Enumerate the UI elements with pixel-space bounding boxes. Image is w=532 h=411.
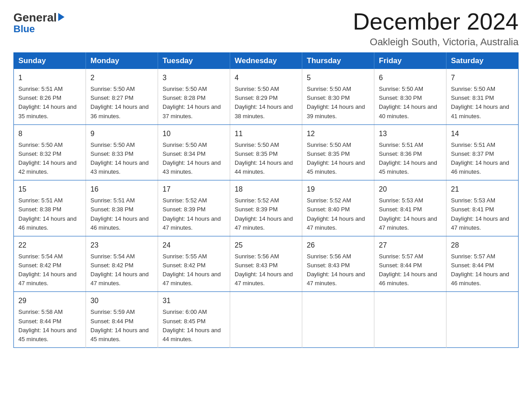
calendar-cell: 5Sunrise: 5:50 AMSunset: 8:30 PMDaylight…	[302, 69, 374, 124]
calendar-week-row: 15Sunrise: 5:51 AMSunset: 8:38 PMDayligh…	[14, 180, 519, 236]
day-info: Sunrise: 5:56 AMSunset: 8:43 PMDaylight:…	[235, 252, 297, 288]
day-number: 15	[18, 184, 81, 195]
calendar-cell: 12Sunrise: 5:50 AMSunset: 8:35 PMDayligh…	[302, 124, 374, 180]
day-number: 21	[451, 184, 514, 195]
day-number: 28	[451, 240, 514, 251]
day-number: 20	[379, 184, 442, 195]
day-info: Sunrise: 5:50 AMSunset: 8:27 PMDaylight:…	[90, 85, 153, 121]
day-number: 26	[307, 240, 369, 251]
calendar-cell: 28Sunrise: 5:57 AMSunset: 8:44 PMDayligh…	[446, 236, 519, 292]
day-number: 14	[451, 128, 514, 139]
day-info: Sunrise: 5:59 AMSunset: 8:44 PMDaylight:…	[90, 308, 153, 344]
day-number: 7	[451, 73, 514, 83]
calendar-cell	[302, 292, 374, 348]
calendar-cell: 20Sunrise: 5:53 AMSunset: 8:41 PMDayligh…	[374, 180, 446, 236]
day-number: 13	[379, 128, 442, 139]
calendar-cell: 29Sunrise: 5:58 AMSunset: 8:44 PMDayligh…	[14, 292, 86, 348]
day-info: Sunrise: 6:00 AMSunset: 8:45 PMDaylight:…	[163, 308, 225, 344]
calendar-cell: 25Sunrise: 5:56 AMSunset: 8:43 PMDayligh…	[230, 236, 302, 292]
day-number: 31	[163, 295, 225, 306]
day-info: Sunrise: 5:50 AMSunset: 8:32 PMDaylight:…	[18, 141, 81, 177]
calendar-cell: 9Sunrise: 5:50 AMSunset: 8:33 PMDaylight…	[86, 124, 158, 180]
day-info: Sunrise: 5:50 AMSunset: 8:31 PMDaylight:…	[451, 85, 514, 121]
day-number: 10	[163, 128, 225, 139]
weekday-header-row: SundayMondayTuesdayWednesdayThursdayFrid…	[14, 53, 519, 69]
calendar-cell: 22Sunrise: 5:54 AMSunset: 8:42 PMDayligh…	[14, 236, 86, 292]
day-number: 30	[90, 295, 153, 306]
calendar-cell	[230, 292, 302, 348]
day-number: 5	[307, 73, 369, 83]
calendar-week-row: 29Sunrise: 5:58 AMSunset: 8:44 PMDayligh…	[14, 292, 519, 348]
day-info: Sunrise: 5:50 AMSunset: 8:28 PMDaylight:…	[163, 85, 225, 121]
calendar-cell: 10Sunrise: 5:50 AMSunset: 8:34 PMDayligh…	[158, 124, 230, 180]
logo-triangle-icon	[58, 13, 64, 21]
day-info: Sunrise: 5:52 AMSunset: 8:39 PMDaylight:…	[235, 196, 297, 232]
day-info: Sunrise: 5:55 AMSunset: 8:42 PMDaylight:…	[163, 252, 225, 288]
logo-blue-text: Blue	[13, 23, 35, 35]
day-info: Sunrise: 5:51 AMSunset: 8:38 PMDaylight:…	[18, 196, 81, 232]
calendar-cell: 24Sunrise: 5:55 AMSunset: 8:42 PMDayligh…	[158, 236, 230, 292]
day-info: Sunrise: 5:52 AMSunset: 8:39 PMDaylight:…	[163, 196, 225, 232]
calendar-cell: 17Sunrise: 5:52 AMSunset: 8:39 PMDayligh…	[158, 180, 230, 236]
calendar-cell: 13Sunrise: 5:51 AMSunset: 8:36 PMDayligh…	[374, 124, 446, 180]
day-info: Sunrise: 5:58 AMSunset: 8:44 PMDaylight:…	[18, 308, 81, 344]
day-number: 6	[379, 73, 442, 83]
calendar-cell: 6Sunrise: 5:50 AMSunset: 8:30 PMDaylight…	[374, 69, 446, 124]
weekday-header-friday: Friday	[374, 53, 446, 69]
day-number: 11	[235, 128, 297, 139]
day-info: Sunrise: 5:50 AMSunset: 8:29 PMDaylight:…	[235, 85, 297, 121]
calendar-cell: 8Sunrise: 5:50 AMSunset: 8:32 PMDaylight…	[14, 124, 86, 180]
day-number: 16	[90, 184, 153, 195]
calendar-week-row: 1Sunrise: 5:51 AMSunset: 8:26 PMDaylight…	[14, 69, 519, 124]
day-info: Sunrise: 5:54 AMSunset: 8:42 PMDaylight:…	[90, 252, 153, 288]
logo: General Blue	[13, 9, 64, 35]
day-number: 29	[18, 295, 81, 306]
day-number: 8	[18, 128, 81, 139]
calendar-cell: 1Sunrise: 5:51 AMSunset: 8:26 PMDaylight…	[14, 69, 86, 124]
day-info: Sunrise: 5:57 AMSunset: 8:44 PMDaylight:…	[451, 252, 514, 288]
calendar-cell: 2Sunrise: 5:50 AMSunset: 8:27 PMDaylight…	[86, 69, 158, 124]
day-number: 12	[307, 128, 369, 139]
day-info: Sunrise: 5:51 AMSunset: 8:36 PMDaylight:…	[379, 141, 442, 177]
calendar-cell: 31Sunrise: 6:00 AMSunset: 8:45 PMDayligh…	[158, 292, 230, 348]
day-number: 23	[90, 240, 153, 251]
calendar-cell: 15Sunrise: 5:51 AMSunset: 8:38 PMDayligh…	[14, 180, 86, 236]
weekday-header-saturday: Saturday	[446, 53, 519, 69]
day-info: Sunrise: 5:51 AMSunset: 8:37 PMDaylight:…	[451, 141, 514, 177]
weekday-header-tuesday: Tuesday	[158, 53, 230, 69]
calendar-cell: 7Sunrise: 5:50 AMSunset: 8:31 PMDaylight…	[446, 69, 519, 124]
day-info: Sunrise: 5:56 AMSunset: 8:43 PMDaylight:…	[307, 252, 369, 288]
day-number: 18	[235, 184, 297, 195]
day-info: Sunrise: 5:50 AMSunset: 8:30 PMDaylight:…	[307, 85, 369, 121]
day-info: Sunrise: 5:51 AMSunset: 8:26 PMDaylight:…	[18, 85, 81, 121]
month-title: December 2024	[353, 9, 519, 34]
calendar-cell: 19Sunrise: 5:52 AMSunset: 8:40 PMDayligh…	[302, 180, 374, 236]
day-info: Sunrise: 5:52 AMSunset: 8:40 PMDaylight:…	[307, 196, 369, 232]
calendar-cell: 4Sunrise: 5:50 AMSunset: 8:29 PMDaylight…	[230, 69, 302, 124]
day-number: 2	[90, 73, 153, 83]
day-info: Sunrise: 5:50 AMSunset: 8:30 PMDaylight:…	[379, 85, 442, 121]
page-header: General Blue December 2024 Oakleigh Sout…	[13, 9, 519, 48]
day-info: Sunrise: 5:54 AMSunset: 8:42 PMDaylight:…	[18, 252, 81, 288]
logo-general-text: General	[13, 12, 57, 23]
location-title: Oakleigh South, Victoria, Australia	[353, 36, 519, 48]
day-info: Sunrise: 5:53 AMSunset: 8:41 PMDaylight:…	[379, 196, 442, 232]
title-area: December 2024 Oakleigh South, Victoria, …	[353, 9, 519, 48]
calendar-cell: 21Sunrise: 5:53 AMSunset: 8:41 PMDayligh…	[446, 180, 519, 236]
calendar-cell: 3Sunrise: 5:50 AMSunset: 8:28 PMDaylight…	[158, 69, 230, 124]
day-info: Sunrise: 5:53 AMSunset: 8:41 PMDaylight:…	[451, 196, 514, 232]
calendar-cell: 27Sunrise: 5:57 AMSunset: 8:44 PMDayligh…	[374, 236, 446, 292]
calendar-cell	[374, 292, 446, 348]
day-number: 27	[379, 240, 442, 251]
day-info: Sunrise: 5:57 AMSunset: 8:44 PMDaylight:…	[379, 252, 442, 288]
day-info: Sunrise: 5:51 AMSunset: 8:38 PMDaylight:…	[90, 196, 153, 232]
calendar-week-row: 8Sunrise: 5:50 AMSunset: 8:32 PMDaylight…	[14, 124, 519, 180]
calendar-cell: 11Sunrise: 5:50 AMSunset: 8:35 PMDayligh…	[230, 124, 302, 180]
day-number: 9	[90, 128, 153, 139]
day-number: 22	[18, 240, 81, 251]
calendar-table: SundayMondayTuesdayWednesdayThursdayFrid…	[13, 52, 519, 348]
weekday-header-monday: Monday	[86, 53, 158, 69]
calendar-cell: 16Sunrise: 5:51 AMSunset: 8:38 PMDayligh…	[86, 180, 158, 236]
day-number: 4	[235, 73, 297, 83]
weekday-header-wednesday: Wednesday	[230, 53, 302, 69]
